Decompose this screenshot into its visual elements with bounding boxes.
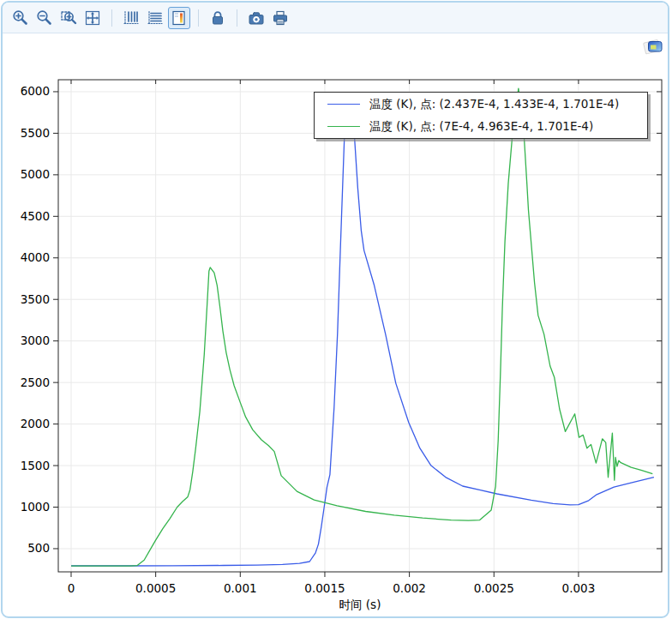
x-axis-title: 时间 (s) [58, 598, 662, 613]
y-tick-label: 1000 [21, 500, 50, 514]
y-tick-label: 5000 [21, 167, 50, 181]
y-tick-label: 4000 [21, 250, 50, 264]
legend-label: 温度 (K), 点: (2.437E-4, 1.433E-4, 1.701E-4… [369, 97, 619, 112]
x-tick-label: 0.003 [562, 581, 596, 595]
x-tick-label: 0.0025 [474, 581, 514, 595]
app-root: { "toolbar": { "buttons": [ {"name": "zo… [0, 0, 672, 619]
y-tick-label: 5500 [21, 126, 50, 140]
x-tick-label: 0.001 [224, 581, 257, 595]
chart-legend: 温度 (K), 点: (2.437E-4, 1.433E-4, 1.701E-4… [314, 92, 648, 139]
y-tick-label: 500 [27, 541, 50, 555]
legend-line-sample-blue [327, 104, 360, 105]
series-line-1 [71, 88, 652, 566]
plot-frame [58, 80, 662, 572]
y-tick-label: 6000 [21, 84, 50, 98]
legend-line-sample-green [327, 126, 360, 127]
x-tick-label: 0.0015 [304, 581, 345, 595]
legend-item: 温度 (K), 点: (2.437E-4, 1.433E-4, 1.701E-4… [315, 95, 647, 114]
y-tick-label: 3500 [21, 292, 50, 306]
legend-item: 温度 (K), 点: (7E-4, 4.963E-4, 1.701E-4) [315, 117, 647, 136]
y-tick-label: 2000 [21, 417, 50, 430]
y-tick-label: 2500 [21, 376, 50, 389]
series-line-0 [71, 101, 654, 566]
x-tick-label: 0.0005 [135, 581, 176, 595]
y-tick-label: 4500 [21, 209, 50, 223]
legend-label: 温度 (K), 点: (7E-4, 4.963E-4, 1.701E-4) [369, 119, 593, 135]
x-tick-label: 0 [68, 581, 75, 595]
y-tick-label: 3000 [21, 334, 50, 347]
detach-plot-window-icon[interactable] [642, 35, 665, 57]
y-tick-label: 1500 [21, 459, 50, 472]
x-tick-label: 0.002 [393, 581, 426, 595]
